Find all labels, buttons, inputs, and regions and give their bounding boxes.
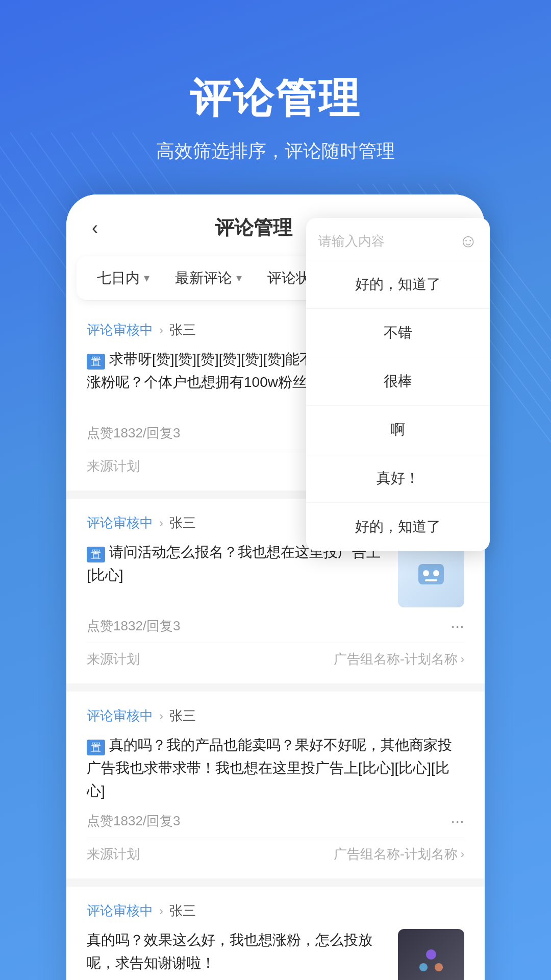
source-arrow: › (461, 653, 464, 666)
comment-source: 来源计划 广告组名称-计划名称 › (87, 838, 464, 863)
filter-date[interactable]: 七日内 ▾ (97, 268, 149, 288)
source-label: 来源计划 (87, 457, 140, 475)
comment-card-partial: 评论审核中 › 张三 真的吗？效果这么好，我也想涨粉，怎么投放呢，求告知谢谢啦！ (66, 887, 485, 980)
comment-tag: 置 (87, 547, 105, 562)
comment-status: 评论审核中 › 张三 (87, 902, 196, 920)
status-arrow: › (159, 516, 163, 530)
comment-status: 评论审核中 › 张三 (87, 514, 196, 532)
comment-status: 评论审核中 › 张三 (87, 321, 196, 339)
page-main-title: 评论管理 (0, 71, 551, 127)
status-arrow: › (159, 709, 163, 723)
header-section: 评论管理 高效筛选排序，评论随时管理 (0, 0, 551, 194)
status-arrow: › (159, 323, 163, 337)
emoji-icon[interactable]: ☺ (459, 230, 478, 252)
svg-point-20 (423, 570, 429, 576)
comment-meta: 点赞1832/回复3 ··· (87, 617, 464, 635)
comment-text-area: 置真的吗？我的产品也能卖吗？果好不好呢，其他商家投广告我也求带求带！我也想在这里… (87, 734, 464, 802)
reply-option-6[interactable]: 好的，知道了 (306, 503, 490, 551)
meta-more-button[interactable]: ··· (450, 812, 464, 830)
filter-sort-label: 最新评论 (175, 268, 232, 288)
status-badge: 评论审核中 (87, 902, 153, 920)
filter-date-label: 七日内 (97, 268, 140, 288)
svg-point-25 (435, 963, 443, 971)
meta-more-button[interactable]: ··· (450, 617, 464, 635)
status-badge: 评论审核中 (87, 514, 153, 532)
comment-body: 置真的吗？我的产品也能卖吗？果好不好呢，其他商家投广告我也求带求带！我也想在这里… (87, 734, 464, 802)
page-sub-title: 高效筛选排序，评论随时管理 (0, 139, 551, 164)
comment-body: 置请问活动怎么报名？我也想在这里投广告上[比心] (87, 541, 464, 607)
source-label: 来源计划 (87, 650, 140, 668)
user-name: 张三 (169, 707, 196, 725)
user-name: 张三 (169, 321, 196, 339)
quick-reply-popup: 请输入内容 ☺ 好的，知道了 不错 很棒 啊 真好！ 好的，知道了 (306, 218, 490, 551)
reply-input-row: 请输入内容 ☺ (306, 218, 490, 260)
svg-rect-22 (425, 579, 437, 581)
comment-card: 评论审核中 › 张三 昨天 24:23 置请问活动怎么报名？我也想在这里投广告上… (66, 499, 485, 683)
comment-text: 真的吗？我的产品也能卖吗？果好不好呢，其他商家投广告我也求带求带！我也想在这里投… (87, 737, 452, 799)
comment-card: 评论审核中 › 张三 置真的吗？我的产品也能卖吗？果好不好呢，其他商家投广告我也… (66, 692, 485, 878)
status-badge: 评论审核中 (87, 321, 153, 339)
meta-likes: 点赞1832/回复3 (87, 424, 181, 442)
svg-point-21 (433, 570, 439, 576)
comment-source: 来源计划 广告组名称-计划名称 › (87, 643, 464, 668)
topbar-title: 评论管理 (215, 215, 292, 241)
comment-header: 评论审核中 › 张三 (87, 707, 464, 725)
user-name: 张三 (169, 902, 196, 920)
comment-header: 评论审核中 › 张三 (87, 902, 464, 920)
source-value[interactable]: 广告组名称-计划名称 › (334, 650, 464, 668)
meta-likes: 点赞1832/回复3 (87, 617, 181, 635)
comment-text-area: 置请问活动怎么报名？我也想在这里投广告上[比心] (87, 541, 388, 607)
comment-text: 真的吗？效果这么好，我也想涨粉，怎么投放呢，求告知谢谢啦！ (87, 932, 372, 971)
reply-option-3[interactable]: 很棒 (306, 357, 490, 406)
status-arrow: › (159, 904, 163, 918)
reply-input-placeholder[interactable]: 请输入内容 (318, 232, 459, 250)
reply-option-2[interactable]: 不错 (306, 309, 490, 357)
comment-body: 真的吗？效果这么好，我也想涨粉，怎么投放呢，求告知谢谢啦！ (87, 929, 464, 980)
reply-option-1[interactable]: 好的，知道了 (306, 260, 490, 309)
status-badge: 评论审核中 (87, 707, 153, 725)
reply-option-4[interactable]: 啊 (306, 406, 490, 454)
svg-point-24 (419, 963, 428, 971)
source-arrow: › (461, 848, 464, 861)
user-name: 张三 (169, 514, 196, 532)
back-button[interactable]: ‹ (92, 217, 98, 239)
comment-tag: 置 (87, 740, 105, 755)
comment-image-dark (398, 929, 464, 980)
comment-tag: 置 (87, 354, 105, 370)
comment-text-area: 真的吗？效果这么好，我也想涨粉，怎么投放呢，求告知谢谢啦！ (87, 929, 388, 980)
filter-sort-arrow: ▾ (236, 272, 242, 285)
filter-date-arrow: ▾ (144, 272, 149, 285)
comment-status: 评论审核中 › 张三 (87, 707, 196, 725)
phone-frame: ‹ 评论管理 🔍 ··· 七日内 ▾ 最新评论 ▾ 评论状态 ▾ 筛选 ≡ (66, 194, 485, 980)
reply-option-5[interactable]: 真好！ (306, 454, 490, 503)
comment-meta: 点赞1832/回复3 ··· (87, 812, 464, 830)
svg-point-23 (426, 949, 436, 960)
source-label: 来源计划 (87, 845, 140, 863)
comment-list: 评论审核中 › 张三 昨天 24:23 置求带呀[赞][赞][赞][赞][赞][… (66, 306, 485, 980)
comment-image (398, 541, 464, 607)
source-value[interactable]: 广告组名称-计划名称 › (334, 845, 464, 863)
meta-likes: 点赞1832/回复3 (87, 812, 181, 830)
filter-sort[interactable]: 最新评论 ▾ (175, 268, 242, 288)
